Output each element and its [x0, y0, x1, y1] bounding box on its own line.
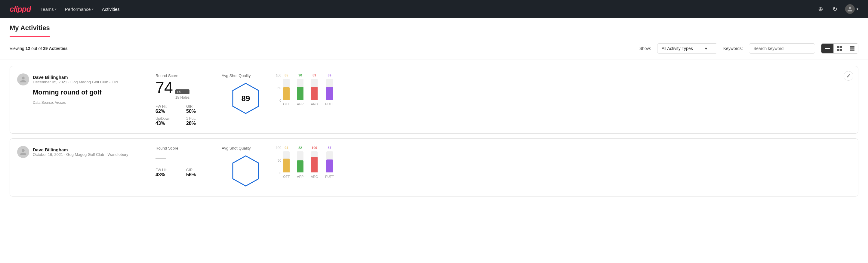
activity-type-dropdown[interactable]: All Activity Types ▾	[657, 43, 717, 54]
stat-fw-hit: FW Hit 62%	[155, 105, 179, 114]
bar-fill-arg	[311, 157, 318, 172]
search-input[interactable]	[749, 43, 815, 54]
card-quality: Avg Shot Quality	[210, 146, 270, 189]
score-badge: +4	[175, 89, 189, 94]
stat-label: 1 Putt	[186, 116, 210, 121]
bar-container-ott	[283, 79, 290, 100]
bar-fill-putt	[326, 87, 333, 100]
user-name: Dave Billingham	[33, 147, 128, 152]
bar-value-arg: 89	[312, 74, 316, 77]
view-list-compact-button[interactable]	[822, 43, 834, 53]
chart-column-ott: 85 OTT	[283, 74, 290, 106]
card-scores: Round Score 74 +4 18 Holes FW Hit 62% GI…	[144, 74, 210, 126]
bar-fill-putt	[326, 159, 333, 172]
viewing-text: Viewing 12 out of 29 Activities	[10, 46, 633, 51]
nav-label-performance: Performance	[65, 7, 91, 12]
bar-label-app: APP	[297, 175, 304, 178]
chart-column-app: 90 APP	[297, 74, 304, 106]
y-label-100: 100	[276, 74, 281, 77]
page-title-bar: My Activities	[0, 18, 868, 37]
add-circle-icon[interactable]: ⊕	[816, 5, 825, 13]
account-chevron: ▾	[857, 7, 858, 11]
hexagon-wrapper: 89	[222, 83, 270, 114]
user-row: Dave Billingham October 16, 2021 · Gog M…	[17, 146, 144, 158]
user-date: October 16, 2021 · Gog Magog Golf Club -…	[33, 152, 128, 157]
card-left: Dave Billingham December 05, 2021 · Gog …	[17, 74, 144, 105]
y-label-0: 0	[276, 99, 281, 102]
stat-value: 50%	[186, 109, 210, 114]
score-number: —	[155, 152, 166, 163]
svg-rect-4	[840, 46, 842, 48]
activity-type-value: All Activity Types	[662, 46, 693, 51]
chart-y-axis: 100 50 0	[276, 146, 283, 175]
nav-item-teams[interactable]: Teams ▾	[40, 5, 57, 13]
activity-card: Dave Billingham October 16, 2021 · Gog M…	[10, 139, 858, 197]
activity-title: Morning round of golf	[17, 88, 144, 96]
logo[interactable]: clippd	[10, 4, 31, 14]
avatar[interactable]	[845, 4, 855, 14]
view-list-expanded-button[interactable]	[846, 43, 858, 53]
bar-container-app	[297, 151, 304, 172]
svg-rect-7	[850, 46, 855, 47]
svg-rect-3	[837, 46, 839, 48]
y-label-50: 50	[276, 86, 281, 90]
view-toggle	[821, 43, 858, 54]
y-label-0: 0	[276, 171, 281, 175]
account-menu[interactable]: ▾	[845, 4, 858, 14]
svg-rect-0	[825, 47, 830, 47]
chart-column-arg: 89 ARG	[311, 74, 318, 106]
bar-label-arg: ARG	[311, 102, 318, 106]
refresh-icon[interactable]: ↻	[831, 5, 839, 13]
chart-column-ott: 94 OTT	[283, 146, 290, 178]
stat-updown: Up/Down 43%	[155, 116, 179, 126]
stats-grid: FW Hit 43% GIR 56%	[155, 168, 210, 178]
bar-container-arg	[311, 79, 318, 100]
bar-value-ott: 94	[284, 146, 288, 150]
stat-value: 62%	[155, 109, 179, 114]
stat-value: 43%	[155, 121, 179, 126]
main-nav: Teams ▾ Performance ▾ Activities	[40, 5, 120, 13]
svg-marker-13	[233, 156, 259, 186]
svg-rect-6	[840, 49, 842, 51]
keywords-label: Keywords:	[723, 46, 743, 51]
nav-item-activities[interactable]: Activities	[102, 5, 120, 13]
edit-button[interactable]	[844, 71, 853, 81]
card-left: Dave Billingham October 16, 2021 · Gog M…	[17, 146, 144, 161]
score-holes: 18 Holes	[175, 95, 189, 99]
chart-y-axis: 100 50 0	[276, 74, 283, 102]
page: My Activities Viewing 12 out of 29 Activ…	[0, 18, 868, 263]
view-grid-button[interactable]	[834, 43, 846, 53]
viewing-suffix: Activities	[49, 46, 68, 51]
bar-value-putt: 87	[328, 146, 331, 150]
round-score-label: Round Score	[155, 74, 210, 78]
hexagon: 89	[232, 83, 259, 114]
bar-container-arg	[311, 151, 318, 172]
bar-fill-ott	[283, 87, 290, 100]
viewing-count: 12	[26, 46, 30, 51]
bar-value-arg: 106	[312, 146, 317, 150]
card-quality: Avg Shot Quality 89	[210, 74, 270, 116]
nav-item-performance[interactable]: Performance ▾	[65, 5, 94, 13]
bar-container-putt	[326, 151, 333, 172]
svg-rect-11	[850, 50, 855, 51]
stat-value: 28%	[186, 121, 210, 126]
viewing-total: 29	[43, 46, 48, 51]
quality-value: 89	[242, 94, 250, 103]
chart-column-putt: 89 PUTT	[325, 74, 334, 106]
bar-label-putt: PUTT	[325, 175, 334, 178]
stat-label: GIR	[186, 168, 210, 172]
page-title: My Activities	[10, 24, 50, 37]
score-main: 74 +4 18 Holes	[155, 80, 210, 99]
bar-value-ott: 85	[284, 74, 288, 77]
svg-rect-2	[825, 50, 830, 50]
y-label-100: 100	[276, 146, 281, 150]
user-row: Dave Billingham December 05, 2021 · Gog …	[17, 74, 144, 85]
y-label-50: 50	[276, 158, 281, 162]
header-right: ⊕ ↻ ▾	[816, 4, 858, 14]
filters-bar: Viewing 12 out of 29 Activities Show: Al…	[0, 37, 868, 60]
user-info: Dave Billingham October 16, 2021 · Gog M…	[33, 147, 128, 157]
card-chart: 100 50 0 85 OTT	[270, 74, 851, 112]
hexagon	[232, 155, 259, 186]
chart-column-putt: 87 PUTT	[325, 146, 334, 178]
stat-label: GIR	[186, 105, 210, 109]
